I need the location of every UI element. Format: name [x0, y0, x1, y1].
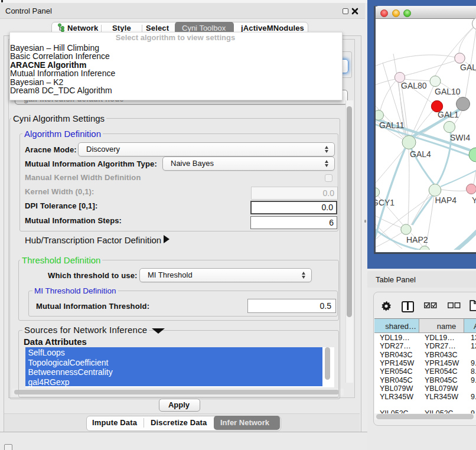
svg-text:GAL1: GAL1: [438, 110, 459, 119]
svg-text:GAL4: GAL4: [410, 149, 431, 159]
svg-text:Y: Y: [472, 195, 476, 205]
svg-text:HAP2: HAP2: [406, 235, 428, 244]
svg-text:GCY1: GCY1: [376, 198, 395, 207]
svg-text:GAL2: GAL2: [460, 63, 476, 72]
svg-text:HAP4: HAP4: [435, 195, 457, 205]
svg-text:GAL10: GAL10: [435, 87, 461, 96]
svg-text:SWI4: SWI4: [450, 133, 470, 142]
svg-text:GAL11: GAL11: [379, 120, 405, 130]
svg-text:GAL80: GAL80: [401, 81, 427, 90]
